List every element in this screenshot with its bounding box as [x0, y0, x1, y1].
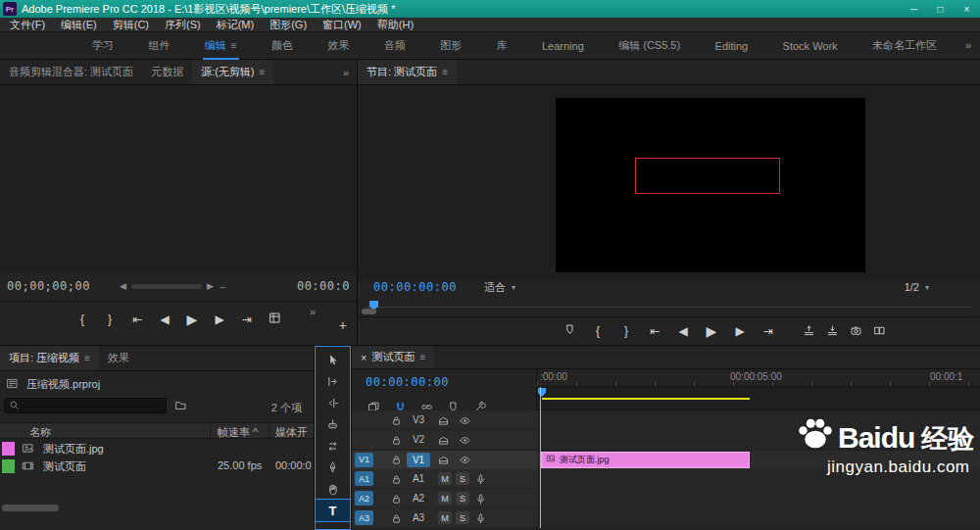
go-to-out-button[interactable]: ⇥: [760, 324, 776, 338]
panel-menu-icon[interactable]: ≡: [419, 352, 425, 362]
close-tab-icon[interactable]: ×: [361, 352, 367, 363]
minimize-button[interactable]: ─: [901, 0, 927, 18]
close-button[interactable]: ×: [954, 0, 980, 18]
sync-lock-icon[interactable]: [436, 454, 450, 467]
track-name[interactable]: V2: [407, 432, 430, 447]
mute-button[interactable]: M: [438, 511, 452, 524]
voiceover-mic-icon[interactable]: [473, 511, 487, 525]
track-lane[interactable]: [537, 508, 980, 527]
source-patch-badge[interactable]: A3: [355, 510, 373, 525]
workspace-editing-active[interactable]: 编辑≡: [203, 31, 239, 60]
horizontal-scrollbar[interactable]: [2, 505, 59, 511]
menu-window[interactable]: 窗口(W): [315, 18, 369, 32]
resize-icon[interactable]: ↔: [219, 281, 227, 291]
zoom-level-select[interactable]: 适合▾: [484, 280, 515, 295]
panel-menu-icon[interactable]: ≡: [260, 67, 266, 77]
workspace-editing-en[interactable]: Editing: [713, 33, 751, 59]
go-to-in-button[interactable]: ⇤: [129, 313, 145, 326]
source-patch-badge[interactable]: A1: [355, 471, 373, 486]
time-ruler[interactable]: :00:00 00:00:05:00 00:00:1: [537, 369, 980, 387]
voiceover-mic-icon[interactable]: [473, 492, 487, 506]
maximize-button[interactable]: □: [927, 0, 954, 18]
button-editor-add-icon[interactable]: +: [339, 317, 347, 333]
program-video-frame[interactable]: [556, 98, 865, 272]
track-lock-icon[interactable]: [389, 413, 403, 427]
column-framerate[interactable]: 帧速率 ^: [218, 425, 258, 440]
step-back-button[interactable]: ◀: [675, 324, 691, 338]
search-input[interactable]: [24, 400, 162, 411]
play-button[interactable]: ▶: [184, 312, 200, 327]
tab-effects[interactable]: 效果: [99, 346, 138, 370]
zoom-handle[interactable]: [362, 309, 376, 314]
transport-overflow-icon[interactable]: »: [310, 306, 316, 317]
mute-button[interactable]: M: [438, 492, 452, 505]
track-name[interactable]: A2: [407, 491, 430, 506]
workspace-assembly[interactable]: 组件: [146, 31, 172, 60]
toggle-output-eye-icon[interactable]: [458, 433, 471, 447]
extract-icon[interactable]: [826, 324, 839, 339]
step-back-button[interactable]: ◀: [157, 313, 172, 326]
workspace-effects[interactable]: 效果: [325, 31, 351, 60]
type-tool[interactable]: T: [316, 500, 350, 521]
playback-resolution-select[interactable]: 1/2▾: [905, 281, 929, 293]
work-area-strip[interactable]: [537, 387, 980, 410]
workspace-overflow-icon[interactable]: »: [965, 39, 971, 51]
toggle-output-eye-icon[interactable]: [458, 413, 471, 427]
tab-program-monitor[interactable]: 节目: 测试页面≡: [358, 60, 457, 84]
column-divider[interactable]: [269, 423, 270, 438]
menu-edit[interactable]: 编辑(E): [53, 18, 105, 32]
find-folder-icon[interactable]: [174, 399, 187, 413]
workspace-libraries[interactable]: 库: [495, 31, 510, 60]
scroll-right-icon[interactable]: ▶: [207, 281, 214, 291]
search-box[interactable]: [4, 398, 167, 413]
panel-menu-icon[interactable]: ≡: [442, 67, 448, 77]
item-name[interactable]: 测试页面.jpg: [43, 442, 104, 457]
tab-project[interactable]: 项目: 压缩视频≡: [0, 346, 99, 370]
playhead-line[interactable]: [540, 387, 541, 528]
track-lane[interactable]: [537, 489, 980, 507]
add-marker-icon[interactable]: [562, 323, 577, 339]
mark-in-button[interactable]: {: [590, 324, 606, 338]
track-name[interactable]: A3: [407, 510, 430, 525]
timeline-clip[interactable]: 测试页面.jpg: [541, 452, 750, 468]
project-file-row[interactable]: 压缩视频.prproj: [6, 377, 100, 392]
timeline-current-timecode[interactable]: 00:00:00:00: [366, 375, 449, 389]
comparison-view-icon[interactable]: [873, 324, 886, 339]
mark-out-button[interactable]: }: [618, 324, 634, 338]
pen-tool[interactable]: [316, 457, 350, 478]
label-color-swatch[interactable]: [2, 459, 15, 473]
step-forward-button[interactable]: ▶: [212, 313, 227, 326]
toggle-output-eye-icon[interactable]: [458, 454, 471, 467]
label-color-swatch[interactable]: [2, 442, 15, 456]
column-name[interactable]: 名称: [29, 425, 51, 440]
workspace-editing-cs55[interactable]: 编辑 (CS5.5): [616, 31, 682, 60]
workspace-audio[interactable]: 音频: [382, 31, 408, 60]
track-name[interactable]: V1: [407, 453, 430, 467]
solo-button[interactable]: S: [456, 472, 469, 485]
track-lock-icon[interactable]: [389, 472, 403, 486]
tab-source-monitor[interactable]: 源:(无剪辑)≡: [192, 60, 273, 84]
menu-graphics[interactable]: 图形(G): [262, 18, 315, 32]
workspace-menu-icon[interactable]: ≡: [231, 40, 237, 51]
mark-in-button[interactable]: {: [74, 313, 90, 326]
source-patch-badge[interactable]: V1: [355, 453, 373, 467]
tab-metadata[interactable]: 元数据: [142, 60, 192, 84]
track-lock-icon[interactable]: [389, 492, 403, 506]
track-select-forward-tool[interactable]: [316, 370, 350, 392]
menu-clip[interactable]: 剪辑(C): [105, 18, 157, 32]
tab-audio-clip-mixer[interactable]: 音频剪辑混合器: 测试页面: [0, 60, 142, 84]
razor-tool[interactable]: [316, 413, 350, 435]
project-row-jpg[interactable]: 测试页面.jpg: [0, 440, 314, 458]
source-current-timecode[interactable]: 00;00;00;00: [7, 279, 90, 293]
solo-button[interactable]: S: [456, 492, 469, 505]
track-name[interactable]: A1: [407, 471, 430, 486]
menu-file[interactable]: 文件(F): [2, 18, 53, 32]
ripple-edit-tool[interactable]: [316, 392, 350, 413]
workspace-learn[interactable]: 学习: [90, 31, 116, 60]
slip-tool[interactable]: [316, 435, 350, 457]
mark-out-button[interactable]: }: [102, 313, 118, 326]
track-lock-icon[interactable]: [389, 511, 403, 525]
panel-menu-icon[interactable]: ≡: [84, 353, 90, 363]
export-frame-camera-icon[interactable]: [850, 324, 862, 339]
lift-icon[interactable]: [803, 324, 815, 339]
